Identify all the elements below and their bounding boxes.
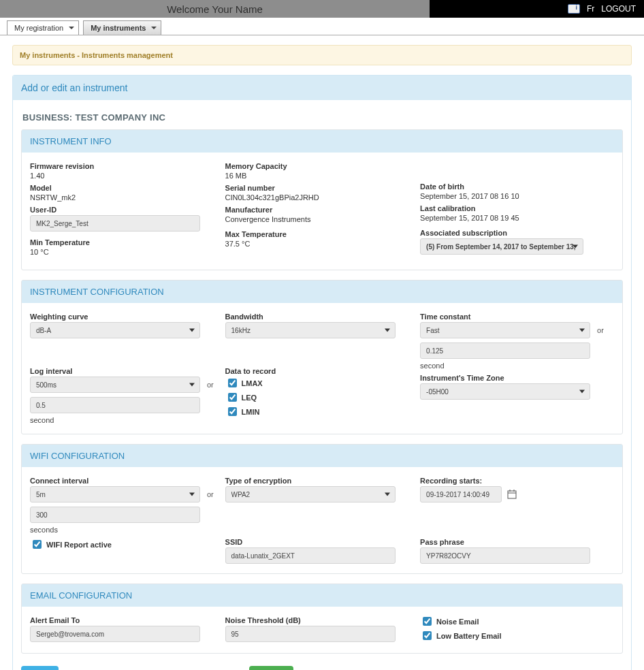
label-encryption: Type of encryption [225, 477, 413, 485]
label-ssid: SSID [225, 538, 413, 546]
passphrase-input[interactable] [420, 547, 590, 564]
page-content: My instruments - Instruments management … [0, 35, 644, 670]
svg-rect-0 [508, 491, 516, 498]
encryption-select[interactable] [225, 486, 396, 502]
breadcrumb: My instruments - Instruments management [12, 45, 632, 65]
label-assoc-sub: Associated subscription [420, 229, 607, 237]
checkbox-noise-email[interactable]: Noise Email [420, 615, 607, 628]
bandwidth-select[interactable] [225, 322, 396, 338]
value-serial: CIN0L304c321gBPia2JRHD [225, 193, 413, 202]
label-last-cal: Last calibration [420, 204, 607, 212]
value-max-temp: 37.5 °C [225, 240, 413, 248]
tab-label: My registration [14, 24, 63, 32]
time-constant-manual-input[interactable] [420, 342, 590, 359]
panel-title: Add or edit an instrument [13, 76, 631, 100]
label-user-id: User-ID [30, 206, 217, 214]
value-last-cal: September 15, 2017 08 19 45 [420, 214, 607, 222]
label-firmware: Firmware revision [30, 162, 217, 170]
user-id-input[interactable] [30, 215, 200, 232]
tab-my-registration[interactable]: My registration [7, 20, 79, 35]
section-email-config: EMAIL CONFIGURATION Alert Email To Noise… [21, 584, 623, 654]
ssid-input[interactable] [225, 547, 396, 564]
checkbox-wifi-report[interactable]: WIFI Report active [30, 538, 217, 551]
tab-label: My instruments [91, 24, 146, 32]
noise-threshold-input[interactable] [225, 626, 396, 642]
logout-link[interactable]: LOGOUT [601, 4, 636, 14]
section-title: EMAIL CONFIGURATION [22, 584, 622, 607]
section-instrument-config: INSTRUMENT CONFIGURATION Weighting curve… [21, 280, 623, 434]
label-log-interval: Log interval [30, 367, 217, 375]
chevron-down-icon [69, 27, 74, 29]
label-min-temp: Min Temperature [30, 238, 217, 246]
value-firmware: 1.40 [30, 172, 217, 180]
top-bar: Welcome Your Name Fr LOGOUT [0, 0, 644, 18]
checkbox-leq[interactable]: LEQ [225, 391, 413, 404]
time-zone-select[interactable] [420, 383, 590, 400]
value-manufacturer: Convergence Instruments [225, 215, 413, 223]
label-alert-email: Alert Email To [30, 616, 217, 624]
value-memory: 16 MB [225, 172, 413, 180]
value-dob: September 15, 2017 08 16 10 [420, 192, 607, 200]
calendar-icon[interactable] [506, 488, 518, 500]
label-connect-interval: Connect interval [30, 477, 217, 485]
connect-interval-select[interactable] [30, 486, 200, 502]
tab-my-instruments[interactable]: My instruments [83, 20, 161, 35]
or-text: or [207, 490, 214, 498]
tab-strip: My registration My instruments [0, 18, 644, 35]
section-instrument-info: INSTRUMENT INFO Firmware revision 1.40 M… [21, 129, 623, 270]
submit-button[interactable]: Submit [249, 666, 293, 670]
label-weighting: Weighting curve [30, 313, 217, 321]
checkbox-lmax[interactable]: LMAX [225, 377, 413, 389]
label-recording-starts: Recording starts: [420, 477, 607, 485]
welcome-banner: Welcome Your Name [0, 0, 430, 18]
label-max-temp: Max Temperature [225, 230, 413, 238]
section-title: INSTRUMENT CONFIGURATION [22, 281, 622, 303]
section-wifi-config: WIFI CONFIGURATION Connect interval or [21, 444, 623, 574]
time-constant-select[interactable] [420, 322, 590, 338]
value-model: NSRTW_mk2 [30, 193, 217, 202]
label-bandwidth: Bandwidth [225, 313, 413, 321]
second-unit: second [30, 416, 217, 424]
label-manufacturer: Manufacturer [225, 206, 413, 214]
section-title: WIFI CONFIGURATION [22, 445, 622, 467]
main-panel: Add or edit an instrument BUSINESS: TEST… [12, 75, 632, 670]
or-text: or [597, 326, 604, 334]
chevron-down-icon [151, 27, 157, 29]
label-model: Model [30, 184, 217, 192]
log-interval-manual-input[interactable] [30, 397, 200, 413]
language-toggle[interactable]: Fr [587, 4, 594, 14]
label-time-constant: Time constant [420, 313, 607, 321]
label-time-zone: Instrument's Time Zone [420, 374, 607, 382]
business-line: BUSINESS: TEST COMPANY INC [21, 107, 623, 129]
help-icon[interactable] [568, 4, 580, 14]
alert-email-input[interactable] [30, 626, 200, 642]
label-noise-threshold: Noise Threshold (dB) [225, 616, 413, 624]
checkbox-lmin[interactable]: LMIN [225, 405, 413, 418]
top-bar-right: Fr LOGOUT [430, 0, 644, 18]
section-title: INSTRUMENT INFO [22, 130, 622, 153]
assoc-sub-select[interactable] [420, 238, 583, 255]
label-memory: Memory Capacity [225, 162, 413, 170]
label-passphrase: Pass phrase [420, 538, 607, 546]
weighting-select[interactable] [30, 322, 200, 338]
checkbox-low-battery-email[interactable]: Low Battery Email [420, 629, 607, 642]
log-interval-select[interactable] [30, 377, 200, 393]
seconds-unit: seconds [30, 526, 217, 534]
welcome-text: Welcome Your Name [167, 3, 263, 15]
recording-starts-input[interactable] [420, 486, 502, 502]
second-unit: second [420, 362, 607, 370]
label-dob: Date of birth [420, 182, 607, 191]
value-min-temp: 10 °C [30, 248, 217, 256]
connect-interval-manual-input[interactable] [30, 507, 200, 523]
label-serial: Serial number [225, 184, 413, 192]
back-button[interactable]: Back [21, 666, 59, 670]
or-text: or [207, 381, 214, 389]
label-data-to-record: Data to record [225, 367, 413, 375]
